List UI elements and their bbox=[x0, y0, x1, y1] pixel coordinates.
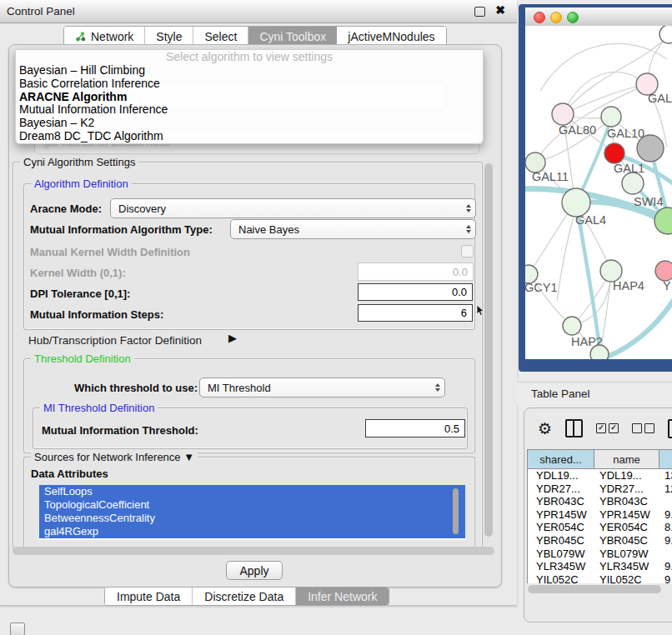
node-table: shared...name YDL19...YDL19...13YDR27...… bbox=[527, 449, 672, 583]
table-cell: YIL052C bbox=[594, 573, 659, 583]
table-cell: 9. bbox=[659, 560, 672, 573]
mi-threshold-value: 0.5 bbox=[444, 422, 459, 435]
data-attributes-list[interactable]: SelfLoopsTopologicalCoefficientBetweenne… bbox=[39, 485, 465, 540]
attribute-item[interactable]: SelfLoops bbox=[39, 485, 465, 498]
bottom-tab-discretize-data[interactable]: Discretize Data bbox=[193, 588, 296, 605]
minimize-traffic-light-icon[interactable] bbox=[550, 12, 562, 23]
deselect-all-checkboxes-icon[interactable] bbox=[632, 423, 654, 433]
network-node-label: GAL11 bbox=[532, 170, 569, 183]
network-node-gal80[interactable] bbox=[552, 103, 574, 125]
tab-cyni-toolbox[interactable]: Cyni Toolbox bbox=[248, 27, 337, 46]
tab-network[interactable]: Network bbox=[64, 27, 145, 46]
table-cell: 12 bbox=[659, 482, 672, 496]
which-threshold-combo[interactable]: MI Threshold bbox=[199, 378, 445, 398]
network-node[interactable] bbox=[637, 135, 664, 162]
network-node-hap2[interactable] bbox=[563, 317, 581, 335]
table-cell: YDL19... bbox=[594, 469, 659, 482]
zoom-traffic-light-icon[interactable] bbox=[567, 12, 579, 23]
table-cell: 9. bbox=[659, 534, 672, 548]
table-row[interactable]: YDL19...YDL19...13 bbox=[528, 469, 672, 482]
network-node-gal1[interactable] bbox=[604, 143, 624, 163]
sources-group: Sources for Network Inference ▼ Data Att… bbox=[23, 457, 475, 548]
network-edge[interactable] bbox=[557, 204, 577, 301]
algorithm-option[interactable]: Bayesian – Hill Climbing bbox=[16, 64, 483, 78]
mi-steps-field[interactable]: 6 bbox=[358, 304, 473, 322]
sources-collapse-arrow-icon[interactable]: ▼ bbox=[183, 451, 194, 463]
table-row[interactable]: YBR045CYBR045C9. bbox=[528, 534, 672, 548]
algorithm-option[interactable]: Basic Correlation Inference bbox=[16, 78, 483, 91]
table-row[interactable]: YPR145WYPR145W9. bbox=[528, 508, 672, 522]
table-cell: YLR345W bbox=[528, 560, 594, 573]
hub-expand-arrow-icon[interactable]: ▶ bbox=[228, 332, 237, 344]
table-row[interactable]: YIL052CYIL052C9 bbox=[528, 573, 672, 583]
table-row[interactable]: YLR345WYLR345W9. bbox=[528, 560, 672, 573]
table-row[interactable]: YDR27...YDR27...12 bbox=[528, 482, 672, 496]
table-panel-title: Table Panel bbox=[531, 388, 590, 400]
network-node[interactable] bbox=[659, 26, 672, 43]
dpi-tolerance-value: 0.0 bbox=[452, 286, 467, 298]
column-header[interactable]: shared... bbox=[528, 450, 594, 468]
float-window-icon[interactable] bbox=[474, 7, 485, 17]
tab-label: Select bbox=[204, 30, 237, 43]
which-threshold-value: MI Threshold bbox=[208, 382, 271, 394]
algorithm-option[interactable]: Mutual Information Inference bbox=[16, 103, 483, 117]
tab-style[interactable]: Style bbox=[145, 27, 193, 46]
table-toolbar: ⚙ ✓✓ bbox=[524, 413, 672, 443]
tab-jactivemnodules[interactable]: jActiveMNodules bbox=[337, 27, 445, 46]
tab-label: Network bbox=[91, 30, 133, 43]
network-node-gal10[interactable] bbox=[601, 107, 621, 127]
attributes-list-scrollbar[interactable] bbox=[453, 488, 459, 534]
document-icon[interactable] bbox=[668, 419, 672, 438]
select-all-checkboxes-icon[interactable]: ✓✓ bbox=[596, 423, 619, 433]
threshold-definition-title: Threshold Definition bbox=[31, 352, 134, 365]
column-header[interactable] bbox=[659, 450, 672, 468]
network-canvas[interactable]: GAL7GAL80GAL10GAL1GAL11SWI4GAL4HAP4YGCY1… bbox=[525, 26, 672, 359]
bottom-tab-impute-data[interactable]: Impute Data bbox=[105, 588, 193, 605]
algorithm-option[interactable]: ARACNE Algorithm bbox=[16, 91, 483, 104]
attribute-item[interactable]: TopologicalCoefficient bbox=[39, 498, 465, 512]
hub-definition-label[interactable]: Hub/Transcription Factor Definition bbox=[28, 334, 202, 347]
tab-select[interactable]: Select bbox=[193, 27, 248, 46]
kernel-width-field: 0.0 bbox=[358, 262, 474, 281]
mi-steps-value: 6 bbox=[461, 307, 467, 319]
which-threshold-label: Which threshold to use: bbox=[74, 382, 198, 394]
settings-vertical-scrollbar[interactable] bbox=[484, 163, 493, 537]
table-row[interactable]: YBR043CYBR043C bbox=[528, 495, 672, 508]
minimized-panel-icon[interactable] bbox=[10, 622, 25, 635]
network-node-label: GAL80 bbox=[559, 123, 596, 137]
close-traffic-light-icon[interactable] bbox=[534, 12, 545, 23]
mi-threshold-field[interactable]: 0.5 bbox=[365, 419, 465, 438]
columns-icon[interactable] bbox=[565, 419, 583, 438]
bottom-tab-infer-network[interactable]: Infer Network bbox=[296, 588, 389, 605]
network-graph[interactable]: GAL7GAL80GAL10GAL1GAL11SWI4GAL4HAP4YGCY1… bbox=[525, 26, 672, 359]
control-panel-title: Control Panel bbox=[7, 5, 75, 18]
table-horizontal-scrollbar[interactable] bbox=[528, 585, 661, 593]
dpi-tolerance-field[interactable]: 0.0 bbox=[358, 283, 473, 301]
table-cell: YDR27... bbox=[594, 482, 659, 496]
close-window-icon[interactable]: ✖ bbox=[495, 3, 505, 17]
network-edge[interactable] bbox=[529, 205, 574, 274]
table-cell: YDL19... bbox=[528, 469, 594, 482]
mi-type-combo[interactable]: Naive Bayes bbox=[230, 219, 476, 239]
network-node[interactable] bbox=[590, 345, 609, 359]
network-node-y[interactable] bbox=[655, 261, 672, 281]
network-node-gal4[interactable] bbox=[562, 188, 590, 217]
apply-button[interactable]: Apply bbox=[226, 561, 283, 580]
gear-icon[interactable]: ⚙ bbox=[538, 421, 552, 437]
mouse-cursor bbox=[476, 305, 486, 317]
attribute-item[interactable]: gal4RGexp bbox=[39, 525, 465, 538]
settings-horizontal-scrollbar[interactable] bbox=[13, 547, 494, 555]
network-edge-thick[interactable] bbox=[577, 205, 600, 354]
algorithm-option[interactable]: Dream8 DC_TDC Algorithm bbox=[16, 130, 483, 143]
table-row[interactable]: YBL079WYBL079W bbox=[528, 548, 672, 561]
column-header[interactable]: name bbox=[594, 450, 659, 468]
aracne-mode-label: Aracne Mode: bbox=[30, 202, 102, 215]
aracne-mode-combo[interactable]: Discovery bbox=[110, 198, 476, 218]
algorithm-option[interactable]: Bayesian – K2 bbox=[16, 117, 483, 130]
network-node-swi4[interactable] bbox=[622, 172, 644, 194]
table-rows: YDL19...YDL19...13YDR27...YDR27...12YBR0… bbox=[528, 469, 672, 583]
table-row[interactable]: YER054CYER054C8. bbox=[528, 521, 672, 534]
combo-spinner-icon bbox=[466, 225, 471, 233]
attribute-item[interactable]: BetweennessCentrality bbox=[39, 512, 465, 525]
network-node-label: GCY1 bbox=[525, 281, 558, 294]
